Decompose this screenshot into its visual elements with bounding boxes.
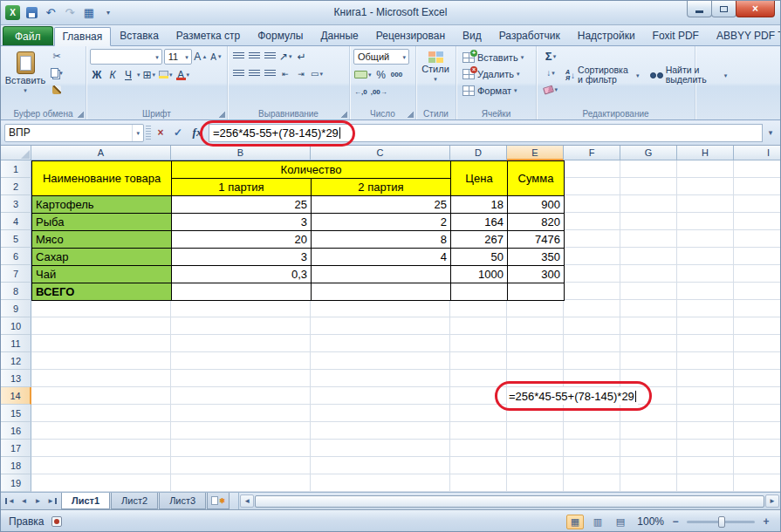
align-middle-button[interactable] <box>247 49 261 64</box>
cell-A10[interactable] <box>31 317 171 335</box>
row-header-3[interactable]: 3 <box>1 195 31 213</box>
cell-C7[interactable] <box>312 266 451 283</box>
cell-D3[interactable]: 18 <box>451 196 508 214</box>
cell-I14[interactable] <box>734 387 780 405</box>
cell-A1[interactable]: Наименование товара <box>32 161 172 196</box>
cell-D5[interactable]: 267 <box>451 231 508 249</box>
cell-B16[interactable] <box>171 422 311 440</box>
insert-sheet-button[interactable]: ✱ <box>207 493 230 509</box>
cell-H18[interactable] <box>677 457 734 474</box>
cell-A11[interactable] <box>31 335 171 352</box>
zoom-level[interactable]: 100% <box>634 515 664 528</box>
cell-C9[interactable] <box>311 300 450 317</box>
cell-I11[interactable] <box>734 335 780 352</box>
fill-button[interactable]: ↓▾ <box>543 65 558 80</box>
horizontal-scroll-thumb[interactable] <box>255 495 764 508</box>
cell-G17[interactable] <box>620 440 677 457</box>
confirm-entry-button[interactable]: ✓ <box>170 124 186 141</box>
cell-A8[interactable]: ВСЕГО <box>32 283 172 301</box>
styles-button[interactable]: Стили ▾ <box>420 49 451 83</box>
cell-A7[interactable]: Чай <box>32 266 172 283</box>
cell-I2[interactable] <box>734 178 780 195</box>
cell-G15[interactable] <box>620 405 677 422</box>
clear-button[interactable]: ▾ <box>543 82 558 97</box>
italic-button[interactable]: К <box>106 67 120 82</box>
align-right-button[interactable] <box>263 66 277 81</box>
column-header-G[interactable]: G <box>620 146 677 160</box>
cell-E1[interactable]: Сумма <box>508 161 565 196</box>
decrease-decimal-button[interactable]: ,00→ <box>370 85 388 99</box>
column-header-B[interactable]: B <box>171 146 311 160</box>
cell-D6[interactable]: 50 <box>451 249 508 266</box>
first-sheet-button[interactable]: ◄ <box>3 494 17 508</box>
alignment-dialog-launcher-icon[interactable] <box>340 111 347 118</box>
formula-bar-handle[interactable] <box>146 126 151 140</box>
column-header-I[interactable]: I <box>734 146 780 160</box>
cell-B5[interactable]: 20 <box>172 231 312 249</box>
name-box[interactable]: ВПР ▾ <box>4 124 144 142</box>
view-normal-button[interactable]: ▦ <box>566 515 584 529</box>
increase-decimal-button[interactable]: ←,0 <box>353 85 368 99</box>
cut-button[interactable]: ✂ <box>49 49 65 64</box>
cell-F6[interactable] <box>564 248 620 265</box>
cell-B2[interactable]: 1 партия <box>172 179 312 196</box>
row-header-14[interactable]: 14 <box>1 387 31 405</box>
sheet-tab-лист3[interactable]: Лист3 <box>159 493 206 509</box>
cell-D12[interactable] <box>450 352 507 370</box>
zoom-slider[interactable] <box>687 521 755 523</box>
cell-E3[interactable]: 900 <box>508 196 565 214</box>
column-header-A[interactable]: A <box>31 146 171 160</box>
cell-I9[interactable] <box>734 300 780 317</box>
cell-G12[interactable] <box>620 352 677 370</box>
cell-B3[interactable]: 25 <box>172 196 312 214</box>
cell-A5[interactable]: Мясо <box>32 231 172 249</box>
row-header-13[interactable]: 13 <box>1 370 31 387</box>
tab-abbyy-pdf-tra[interactable]: ABBYY PDF Tra <box>708 26 781 45</box>
cell-D7[interactable]: 1000 <box>451 266 508 283</box>
cell-E16[interactable] <box>507 422 564 440</box>
cell-H1[interactable] <box>677 160 734 178</box>
cell-G19[interactable] <box>620 474 677 492</box>
cell-G10[interactable] <box>620 317 677 335</box>
cell-D1[interactable]: Цена <box>451 161 508 196</box>
tab-разработчик[interactable]: Разработчик <box>490 26 569 45</box>
cell-A12[interactable] <box>31 352 171 370</box>
cell-H10[interactable] <box>677 317 734 335</box>
cell-F9[interactable] <box>564 300 620 317</box>
prev-sheet-button[interactable]: ◄ <box>17 494 31 508</box>
cell-I17[interactable] <box>734 440 780 457</box>
cell-B4[interactable]: 3 <box>172 214 312 231</box>
view-page-break-button[interactable]: ▤ <box>612 515 629 529</box>
cell-B9[interactable] <box>171 300 311 317</box>
sort-filter-button[interactable]: АЯ↓ Сортировка и фильтр ▾ <box>562 58 643 92</box>
tab-главная[interactable]: Главная <box>54 27 112 46</box>
cell-H15[interactable] <box>677 405 734 422</box>
cell-E4[interactable]: 820 <box>508 214 565 231</box>
cell-I8[interactable] <box>734 283 780 300</box>
decrease-indent-button[interactable]: ⇤ <box>278 66 292 81</box>
cell-I18[interactable] <box>734 457 780 474</box>
select-all-corner[interactable] <box>1 146 31 160</box>
cell-C3[interactable]: 25 <box>312 196 451 214</box>
cell-B14[interactable] <box>171 387 311 405</box>
cell-H19[interactable] <box>677 474 734 492</box>
cell-I6[interactable] <box>734 248 780 265</box>
cell-B19[interactable] <box>171 474 311 492</box>
cell-G4[interactable] <box>620 213 677 230</box>
cell-H14[interactable] <box>677 387 734 405</box>
cell-F18[interactable] <box>564 457 620 474</box>
cell-H8[interactable] <box>677 283 734 300</box>
cell-G18[interactable] <box>620 457 677 474</box>
cell-G7[interactable] <box>620 265 677 283</box>
align-top-button[interactable] <box>231 49 245 64</box>
cell-D17[interactable] <box>450 440 507 457</box>
row-header-18[interactable]: 18 <box>1 457 31 474</box>
view-page-layout-button[interactable]: ▥ <box>589 515 606 529</box>
cell-G9[interactable] <box>620 300 677 317</box>
cell-H5[interactable] <box>677 230 734 248</box>
cell-E9[interactable] <box>507 300 564 317</box>
zoom-out-button[interactable]: − <box>669 515 682 528</box>
cell-I16[interactable] <box>734 422 780 440</box>
align-center-button[interactable] <box>247 66 261 81</box>
cell-A4[interactable]: Рыба <box>32 214 172 231</box>
